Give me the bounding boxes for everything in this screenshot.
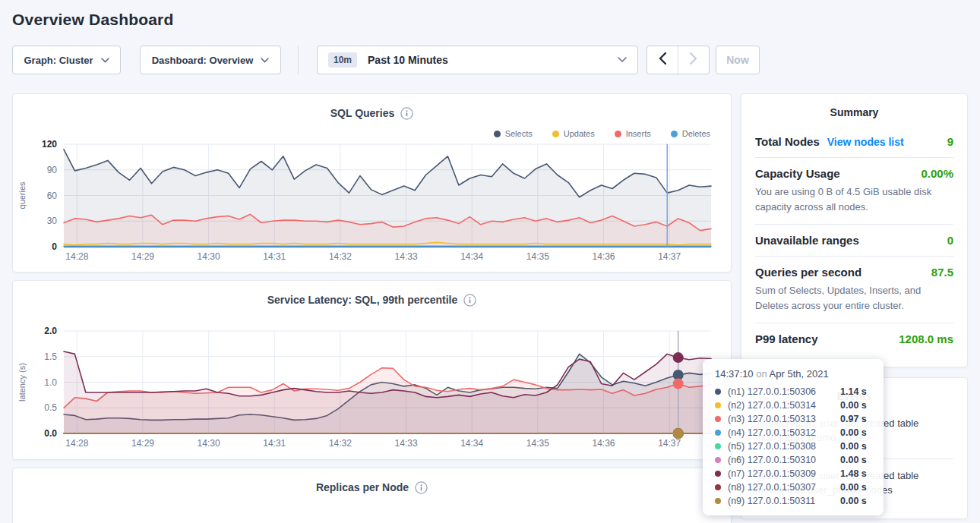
info-icon[interactable]	[415, 481, 428, 494]
replicas-per-node-chart-card: Replicas per Node	[12, 468, 732, 523]
summary-value: 0	[947, 234, 953, 247]
summary-row-unavailable-ranges: Unavailable ranges 0	[755, 224, 953, 256]
tooltip-node-value: 1.14 s	[840, 386, 867, 397]
legend-item-deletes[interactable]: Deletes	[671, 129, 710, 138]
now-button[interactable]: Now	[716, 46, 760, 74]
svg-text:14:32: 14:32	[329, 251, 352, 262]
sql-queries-chart-card: SQL Queries SelectsUpdatesInsertsDeletes…	[12, 93, 732, 273]
node-color-dot	[715, 443, 721, 449]
svg-text:14:35: 14:35	[526, 251, 549, 262]
summary-title: Summary	[755, 94, 953, 126]
tooltip-node-value: 0.97 s	[840, 414, 867, 424]
time-shift-back-button[interactable]	[647, 46, 678, 74]
legend-color-dot	[671, 131, 678, 137]
tooltip-node-value: 0.00 s	[840, 482, 867, 493]
svg-text:14:32: 14:32	[329, 438, 352, 449]
tooltip-node-row: (n5) 127.0.0.1:503080.00 s	[715, 440, 871, 453]
svg-text:0.0: 0.0	[44, 428, 57, 439]
sql-queries-plot[interactable]: 030609012014:2814:2914:3014:3114:3214:33…	[13, 135, 731, 264]
svg-text:14:37: 14:37	[658, 438, 681, 449]
summary-panel: Summary Total Nodes View nodes list 9 Ca…	[741, 93, 968, 367]
tooltip-timestamp: 14:37:10 on Apr 5th, 2021	[715, 368, 871, 380]
svg-text:14:36: 14:36	[592, 251, 615, 262]
summary-description: Sum of Selects, Updates, Inserts, and De…	[755, 283, 953, 313]
tooltip-node-label: (n3) 127.0.0.1:50313	[728, 414, 840, 424]
svg-text:60: 60	[47, 191, 58, 201]
dashboard-dropdown-label: Dashboard: Overview	[152, 55, 254, 66]
tooltip-node-row: (n4) 127.0.0.1:503120.00 s	[715, 426, 871, 440]
tooltip-node-label: (n4) 127.0.0.1:50312	[728, 427, 840, 438]
tooltip-node-label: (n2) 127.0.0.1:50314	[728, 400, 840, 411]
svg-text:14:29: 14:29	[131, 251, 154, 262]
svg-text:0.5: 0.5	[44, 402, 57, 413]
svg-text:2.0: 2.0	[44, 326, 57, 336]
tooltip-node-label: (n9) 127.0.0.1:50311	[728, 496, 840, 506]
svg-text:14:37: 14:37	[658, 251, 681, 262]
node-color-dot	[715, 402, 721, 408]
tooltip-node-row: (n2) 127.0.0.1:503140.00 s	[715, 399, 871, 412]
summary-label: Unavailable ranges	[755, 234, 859, 247]
tooltip-node-row: (n3) 127.0.0.1:503130.97 s	[715, 412, 871, 426]
chart-title-sql-queries: SQL Queries	[330, 107, 395, 119]
chevron-down-icon	[618, 57, 627, 63]
service-latency-chart-card: Service Latency: SQL, 99th percentile 0.…	[12, 280, 732, 460]
time-range-label: Past 10 Minutes	[368, 54, 448, 66]
svg-text:queries: queries	[17, 181, 27, 210]
tooltip-node-label: (n1) 127.0.0.1:50306	[728, 386, 840, 397]
info-icon[interactable]	[400, 107, 413, 120]
svg-text:14:31: 14:31	[263, 251, 286, 262]
chevron-down-icon	[261, 58, 269, 63]
svg-text:0: 0	[52, 241, 57, 252]
toolbar: Graph: Cluster Dashboard: Overview 10m P…	[12, 46, 968, 74]
legend-label: Inserts	[626, 129, 651, 138]
tooltip-node-value: 1.48 s	[840, 468, 867, 479]
chart-hover-tooltip: 14:37:10 on Apr 5th, 2021 (n1) 127.0.0.1…	[703, 359, 884, 515]
chevron-left-icon	[659, 52, 666, 68]
time-shift-forward-button[interactable]	[678, 46, 709, 74]
tooltip-node-row: (n6) 127.0.0.1:503100.00 s	[715, 453, 871, 467]
svg-text:14:36: 14:36	[592, 438, 615, 449]
dashboard-dropdown[interactable]: Dashboard: Overview	[140, 46, 281, 74]
svg-text:14:34: 14:34	[460, 438, 483, 449]
svg-text:1.5: 1.5	[44, 351, 57, 362]
svg-text:14:30: 14:30	[198, 438, 220, 449]
view-nodes-list-link[interactable]: View nodes list	[827, 136, 904, 148]
legend-item-updates[interactable]: Updates	[552, 129, 595, 138]
toolbar-divider	[298, 46, 299, 74]
graph-dropdown-label: Graph: Cluster	[24, 55, 93, 66]
legend-item-selects[interactable]: Selects	[494, 129, 533, 138]
info-icon[interactable]	[463, 294, 476, 307]
graph-dropdown[interactable]: Graph: Cluster	[12, 46, 121, 74]
chart-title-replicas-per-node: Replicas per Node	[316, 481, 409, 493]
svg-text:1.0: 1.0	[44, 377, 57, 388]
legend-color-dot	[494, 131, 501, 137]
tooltip-node-row: (n8) 127.0.0.1:503070.00 s	[715, 480, 871, 494]
summary-row-p99-latency: P99 latency 1208.0 ms	[755, 323, 953, 354]
tooltip-node-value: 0.00 s	[840, 455, 867, 465]
svg-text:14:34: 14:34	[460, 251, 483, 262]
chevron-right-icon	[690, 52, 697, 68]
node-color-dot	[715, 416, 721, 422]
summary-label: Capacity Usage	[755, 167, 840, 180]
node-color-dot	[715, 484, 721, 490]
summary-value: 9	[947, 135, 953, 148]
summary-value: 87.5	[931, 266, 953, 279]
tooltip-node-row: (n7) 127.0.0.1:503091.48 s	[715, 467, 871, 480]
summary-label: Queries per second	[755, 266, 861, 279]
legend-item-inserts[interactable]: Inserts	[615, 129, 651, 138]
tooltip-node-value: 0.00 s	[840, 427, 867, 438]
tooltip-node-value: 0.00 s	[840, 496, 867, 506]
svg-text:30: 30	[47, 216, 58, 226]
svg-text:90: 90	[47, 165, 58, 175]
summary-description: You are using 0 B of 4.5 GiB usable disk…	[755, 184, 953, 215]
node-color-dot	[715, 430, 721, 436]
tooltip-node-row: (n1) 127.0.0.1:503061.14 s	[715, 385, 871, 399]
tooltip-node-label: (n8) 127.0.0.1:50307	[728, 482, 840, 493]
tooltip-node-label: (n5) 127.0.0.1:50308	[728, 441, 840, 452]
time-range-picker[interactable]: 10m Past 10 Minutes	[317, 46, 638, 74]
svg-text:14:31: 14:31	[263, 438, 286, 449]
svg-text:14:35: 14:35	[526, 438, 549, 449]
tooltip-node-row: (n9) 127.0.0.1:503110.00 s	[715, 494, 871, 508]
service-latency-plot[interactable]: 0.00.51.01.52.014:2814:2914:3014:3114:32…	[13, 322, 731, 451]
chart-title-service-latency: Service Latency: SQL, 99th percentile	[267, 294, 458, 306]
